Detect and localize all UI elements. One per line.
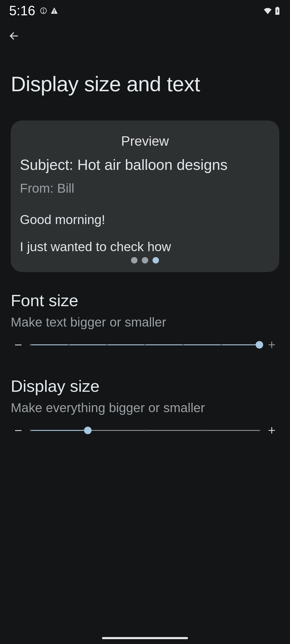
page-title: Display size and text: [0, 42, 290, 112]
warning-triangle-icon: [50, 7, 58, 15]
font-size-slider-row: [11, 340, 279, 350]
slider-tick: [259, 430, 260, 431]
status-bar: 5:16: [0, 0, 290, 21]
display-size-subtitle: Make everything bigger or smaller: [11, 400, 279, 416]
slider-tick: [220, 344, 222, 346]
slider-tick: [201, 430, 203, 431]
slider-thumb[interactable]: [256, 341, 263, 349]
minus-icon: [15, 430, 21, 431]
pager-indicator: [131, 257, 159, 264]
svg-point-2: [43, 12, 44, 13]
display-size-increase-button[interactable]: [267, 426, 277, 435]
preview-greeting: Good morning!: [20, 213, 105, 227]
svg-point-4: [54, 12, 55, 13]
preview-from: From: Bill: [20, 181, 270, 196]
preview-subject: Subject: Hot air balloon designs: [20, 156, 270, 173]
pager-dot[interactable]: [142, 257, 148, 264]
slider-fill: [31, 430, 88, 431]
font-size-slider[interactable]: [31, 341, 259, 349]
slider-tick: [68, 344, 70, 346]
display-size-decrease-button[interactable]: [13, 426, 23, 435]
back-button[interactable]: [8, 30, 20, 42]
status-right: [263, 7, 280, 15]
font-size-title: Font size: [11, 291, 279, 310]
font-size-increase-button[interactable]: [267, 340, 277, 350]
slider-tick: [106, 344, 108, 346]
preview-body: Good morning! I just wanted to check how: [20, 206, 270, 261]
font-size-subtitle: Make text bigger or smaller: [11, 314, 279, 330]
svg-rect-3: [54, 10, 55, 12]
app-bar: [0, 21, 290, 42]
plus-icon: [269, 342, 275, 348]
display-size-section: Display size Make everything bigger or s…: [0, 350, 290, 435]
gesture-nav-bar[interactable]: [102, 637, 188, 639]
display-size-title: Display size: [11, 376, 279, 396]
slider-tick: [144, 430, 146, 431]
arrow-back-icon: [9, 31, 19, 41]
slider-tick: [30, 430, 31, 431]
status-time: 5:16: [9, 3, 35, 19]
wifi-icon: [263, 7, 272, 14]
battery-charging-icon: [275, 7, 280, 15]
font-size-decrease-button[interactable]: [13, 340, 23, 350]
pager-dot[interactable]: [131, 257, 137, 264]
svg-rect-5: [277, 7, 278, 8]
preview-card[interactable]: Preview Subject: Hot air balloon designs…: [11, 120, 279, 272]
slider-thumb[interactable]: [84, 427, 92, 434]
minus-icon: [15, 345, 21, 345]
slider-tick: [30, 344, 31, 346]
status-left: 5:16: [9, 3, 58, 19]
plus-icon: [269, 427, 275, 434]
display-size-slider-row: [11, 426, 279, 435]
info-circle-icon: [40, 7, 47, 14]
pager-dot-active[interactable]: [153, 257, 159, 264]
font-size-section: Font size Make text bigger or smaller: [0, 272, 290, 350]
preview-label: Preview: [20, 133, 270, 149]
slider-tick: [144, 344, 146, 346]
preview-body-line: I just wanted to check how: [20, 240, 171, 254]
display-size-slider[interactable]: [31, 427, 259, 434]
status-notification-icons: [40, 7, 58, 15]
slider-tick: [182, 344, 184, 346]
